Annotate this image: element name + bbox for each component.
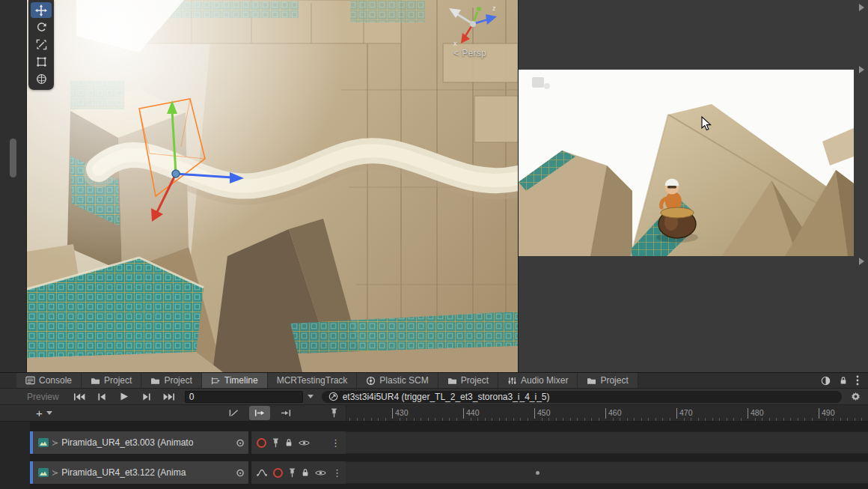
track-header[interactable]: ≻ Piramida_UR4_et3.003 (Animato ⊙ bbox=[30, 431, 248, 454]
tab-project-8[interactable]: Project bbox=[578, 373, 638, 388]
next-frame-button[interactable] bbox=[135, 389, 158, 404]
play-button[interactable] bbox=[113, 389, 135, 404]
panel-expand-arrow[interactable] bbox=[859, 66, 864, 73]
track-menu-kebab[interactable]: ⋮ bbox=[332, 467, 342, 479]
tab-project-6[interactable]: Project bbox=[438, 373, 498, 388]
scene-ref-icon[interactable]: ⊙ bbox=[236, 467, 245, 479]
prev-frame-button[interactable] bbox=[91, 389, 113, 404]
settings-gear-icon[interactable] bbox=[851, 392, 861, 401]
ruler-major-tick bbox=[463, 408, 464, 419]
record-button[interactable] bbox=[273, 468, 283, 478]
track-lane[interactable] bbox=[346, 431, 868, 454]
curves-icon[interactable] bbox=[257, 469, 267, 476]
lock-icon[interactable] bbox=[840, 376, 847, 385]
ruler-minor-tick bbox=[428, 418, 429, 421]
tab-label: Project bbox=[600, 375, 628, 386]
ruler-major-tick bbox=[534, 408, 535, 419]
tab-project-1[interactable]: Project bbox=[82, 373, 141, 388]
tab-mcrtestingtrack-4[interactable]: MCRTestingTrack bbox=[268, 373, 358, 388]
ruler-minor-tick bbox=[349, 418, 350, 421]
ruler-minor-tick bbox=[769, 418, 770, 421]
ruler-minor-tick bbox=[378, 418, 379, 421]
ruler-minor-tick bbox=[733, 418, 734, 421]
panel-expand-arrow[interactable] bbox=[859, 258, 864, 265]
zoom-tool-button[interactable] bbox=[31, 37, 52, 52]
keyframe-dot[interactable] bbox=[536, 471, 540, 475]
ruler-minor-tick bbox=[414, 418, 415, 421]
tab-plastic-scm-5[interactable]: Plastic SCM bbox=[357, 373, 438, 388]
ruler-label: 440 bbox=[466, 408, 480, 417]
add-track-button[interactable]: + bbox=[36, 406, 52, 420]
frame-dropdown-caret-icon[interactable] bbox=[308, 395, 314, 398]
timeline-icon bbox=[211, 377, 221, 385]
ruler-minor-tick bbox=[833, 418, 834, 421]
timeline-tracks: ≻ Piramida_UR4_et3.003 (Animato ⊙ ⋮ ≻ Pi… bbox=[0, 422, 868, 489]
ruler-minor-tick bbox=[727, 418, 727, 421]
record-button[interactable] bbox=[257, 438, 266, 448]
menu-kebab-icon[interactable] bbox=[856, 375, 859, 386]
rotate-tool-button[interactable] bbox=[31, 19, 52, 35]
ruler-minor-tick bbox=[400, 418, 400, 421]
track-label: Piramida_UR4_et3.122 (Anima bbox=[61, 467, 231, 478]
tab-console-0[interactable]: Console bbox=[16, 373, 82, 388]
lock-icon[interactable] bbox=[302, 468, 309, 477]
goto-end-button[interactable] bbox=[158, 389, 180, 404]
pin-icon[interactable] bbox=[289, 468, 296, 478]
pin-icon[interactable] bbox=[272, 438, 279, 448]
eye-icon[interactable] bbox=[315, 470, 326, 476]
tab-audio-mixer-7[interactable]: Audio Mixer bbox=[498, 373, 578, 388]
mouse-cursor bbox=[701, 116, 712, 132]
transform-tool-button[interactable] bbox=[31, 71, 52, 87]
ruler-minor-tick bbox=[584, 418, 585, 421]
preview-toggle[interactable]: Preview bbox=[27, 392, 59, 402]
ruler-minor-tick bbox=[542, 418, 542, 421]
timeline-toolbar: Preview et3st3i4i5UR4 (trigger_TL_2_et3_… bbox=[0, 389, 868, 405]
scrollbar-thumb[interactable] bbox=[10, 139, 16, 177]
eye-icon[interactable] bbox=[299, 440, 310, 446]
track-header[interactable]: ≻ Piramida_UR4_et3.122 (Anima ⊙ bbox=[30, 461, 248, 484]
ruler-minor-tick bbox=[826, 418, 827, 421]
axis-x-label: x bbox=[453, 40, 457, 46]
mix-edit-mode-button[interactable] bbox=[223, 406, 244, 420]
lock-icon[interactable] bbox=[285, 438, 293, 447]
persp-label[interactable]: < Persp bbox=[453, 48, 486, 58]
rect-tool-button[interactable] bbox=[31, 54, 52, 70]
persp-chevron: < bbox=[453, 48, 459, 58]
goto-start-button[interactable] bbox=[68, 389, 91, 404]
rect-icon bbox=[36, 56, 47, 67]
tab-label: Project bbox=[104, 375, 132, 386]
marker-pin-icon[interactable] bbox=[331, 408, 337, 418]
ruler-minor-tick bbox=[471, 418, 471, 421]
tab-project-2[interactable]: Project bbox=[141, 373, 201, 388]
ruler-minor-tick bbox=[662, 418, 663, 421]
game-render[interactable] bbox=[519, 70, 854, 256]
folder-icon bbox=[447, 377, 457, 385]
half-circle-icon[interactable] bbox=[821, 376, 831, 386]
scene-view[interactable]: z x < Persp bbox=[27, 0, 518, 372]
ripple-edit-mode-button[interactable] bbox=[249, 406, 270, 420]
ruler-minor-tick bbox=[684, 418, 685, 421]
timeline-ruler[interactable]: 430440450460470480490 bbox=[346, 405, 868, 421]
track-type-icon bbox=[38, 438, 49, 447]
ruler-minor-tick bbox=[456, 418, 457, 421]
ruler-minor-tick bbox=[591, 418, 592, 421]
ruler-minor-tick bbox=[783, 418, 784, 421]
scene-ref-icon[interactable]: ⊙ bbox=[236, 437, 245, 449]
track-lane[interactable] bbox=[346, 461, 868, 484]
director-selector[interactable]: et3st3i4i5UR4 (trigger_TL_2_et3_storona3… bbox=[322, 391, 842, 403]
track-menu-kebab[interactable]: ⋮ bbox=[331, 437, 340, 449]
view-tool-button[interactable] bbox=[31, 2, 52, 18]
ruler-minor-tick bbox=[506, 418, 507, 421]
prefab-arrow-icon: ≻ bbox=[52, 468, 58, 478]
timeline-track-row: ≻ Piramida_UR4_et3.122 (Anima ⊙ ⋮ bbox=[0, 461, 868, 484]
panel-expand-arrow[interactable] bbox=[859, 4, 864, 11]
ruler-minor-tick bbox=[528, 418, 528, 421]
ruler-minor-tick bbox=[762, 418, 762, 421]
ruler-minor-tick bbox=[627, 418, 628, 421]
left-panel-strip bbox=[0, 0, 27, 372]
tab-timeline-3[interactable]: Timeline bbox=[202, 373, 268, 388]
replace-edit-mode-button[interactable] bbox=[275, 406, 296, 420]
ruler-minor-tick bbox=[847, 418, 848, 421]
orientation-gizmo[interactable]: z x bbox=[443, 1, 500, 46]
frame-number-input[interactable] bbox=[185, 391, 303, 403]
